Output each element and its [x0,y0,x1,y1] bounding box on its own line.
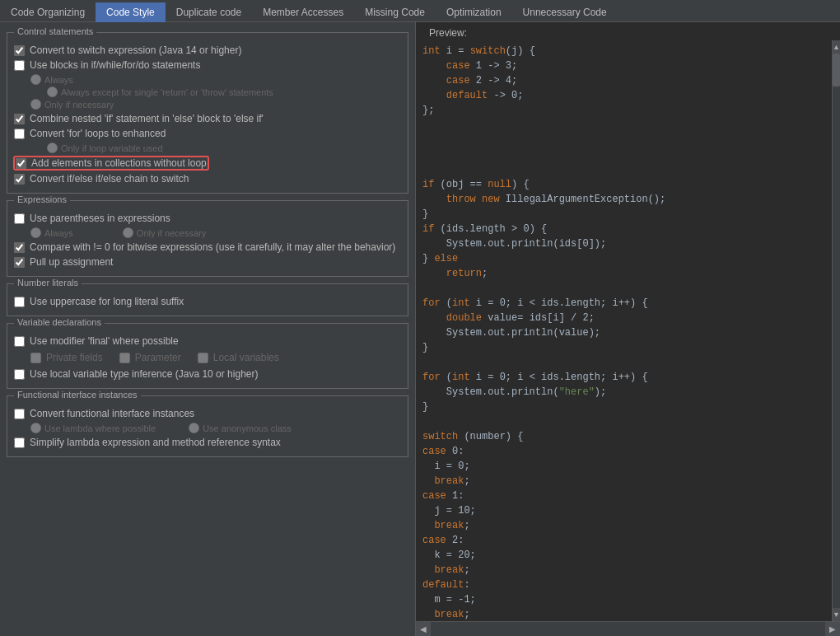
code-line: k = 20; [422,548,825,563]
code-line: if (obj == null) { [422,177,825,192]
check-pull-up: Pull up assignment [14,255,401,269]
label-add-elements: Add elements in collections without loop [31,157,207,169]
radio-input-anon[interactable] [189,423,199,433]
code-line: case 1 -> 3; [422,58,825,73]
scroll-down-button[interactable]: ▼ [833,608,840,621]
radio-input-expr-always[interactable] [30,227,41,238]
code-line: } [422,207,825,222]
label-type-infer: Use local variable type inference (Java … [30,368,258,380]
radio-input-always[interactable] [30,74,41,85]
section-title-control: Control statements [14,26,96,36]
scroll-track[interactable] [833,54,840,608]
radio-input-lambda[interactable] [30,423,41,433]
radio-label-anon: Use anonymous class [203,423,292,433]
horizontal-scrollbar[interactable]: ◀ ▶ [416,621,840,636]
checkbox-private[interactable] [30,353,41,363]
tab-duplicate-code[interactable]: Duplicate code [166,2,252,22]
main-layout: Control statements Convert to switch exp… [0,22,840,636]
check-compare-bitwise: Compare with != 0 for bitwise expression… [14,240,401,255]
code-line: default -> 0; [422,88,825,103]
code-line: case 2: [422,533,825,548]
code-line: System.out.println(value); [422,325,825,340]
code-line [422,162,825,177]
code-line [422,118,825,133]
tab-code-style[interactable]: Code Style [96,2,166,22]
checkbox-uppercase[interactable] [14,297,25,307]
tab-code-organizing[interactable]: Code Organizing [0,2,96,22]
check-add-elements: Add elements in collections without loop [14,155,401,171]
section-number-literals: Number literals Use uppercase for long l… [7,283,408,316]
radio-input-only-nec[interactable] [30,99,41,110]
preview-label: Preview: [422,22,474,42]
check-convert-for: Convert 'for' loops to enhanced [14,126,401,141]
checkbox-convert-switch[interactable] [14,45,25,56]
code-line: i = 0; [422,459,825,474]
radio-label-expr-always: Always [44,228,73,238]
section-title-variables: Variable declarations [14,317,105,327]
label-convert-switch: Convert to switch expression (Java 14 or… [30,44,241,56]
radio-lambda: Use lambda where possible [30,423,156,433]
check-use-blocks: Use blocks in if/while/for/do statements [14,58,401,72]
hscroll-right-button[interactable]: ▶ [825,622,840,637]
radio-only-loop: Only if loop variable used [47,143,163,153]
checkbox-combine-nested[interactable] [14,114,25,124]
tab-unnecessary-code[interactable]: Unnecessary Code [512,2,618,22]
checkbox-use-final[interactable] [14,336,25,347]
check-convert-ifelse: Convert if/else if/else chain to switch [14,171,401,186]
radio-group-functional: Use lambda where possible Use anonymous … [14,423,401,433]
code-line: }; [422,103,825,118]
checkbox-use-parens[interactable] [14,213,25,224]
check-simplify-lambda: Simplify lambda expression and method re… [14,435,401,450]
hscroll-track[interactable] [432,625,824,634]
code-line: throw new IllegalArgumentException(); [422,192,825,207]
label-use-parens: Use parentheses in expressions [30,213,170,224]
radio-input-loop[interactable] [47,143,58,153]
radio-anon: Use anonymous class [189,423,292,433]
radio-only-nec: Only if necessary [30,99,114,110]
scroll-up-button[interactable]: ▲ [833,40,840,54]
checkbox-use-blocks[interactable] [14,60,25,71]
label-use-final: Use modifier 'final' where possible [30,335,179,347]
checkbox-add-elements[interactable] [16,158,26,169]
tab-missing-code[interactable]: Missing Code [354,2,436,22]
code-line: for (int i = 0; i < ids.length; i++) { [422,296,825,311]
radio-input-expr-only[interactable] [123,227,133,238]
check-combine-nested: Combine nested 'if' statement in 'else' … [14,111,401,126]
section-title-numbers: Number literals [14,278,82,288]
checkbox-convert-for[interactable] [14,129,25,139]
section-expressions: Expressions Use parentheses in expressio… [7,200,408,277]
code-line: int i = switch(j) { [422,44,825,58]
checkbox-local[interactable] [198,353,208,363]
tab-optimization[interactable]: Optimization [436,2,512,22]
radio-label-loop: Only if loop variable used [61,143,163,153]
code-line: case 2 -> 4; [422,73,825,88]
label-convert-ifelse: Convert if/else if/else chain to switch [30,173,189,185]
check-use-final: Use modifier 'final' where possible [14,334,401,348]
label-param: Parameter [135,352,181,363]
checkbox-convert-func[interactable] [14,409,25,419]
code-line: default: [422,578,825,592]
radio-label-only-nec: Only if necessary [44,100,114,110]
vertical-scrollbar[interactable]: ▲ ▼ [832,40,840,621]
code-line: if (ids.length > 0) { [422,222,825,236]
code-line: System.out.println("here"); [422,385,825,400]
radio-loop-var: Only if loop variable used [14,143,401,153]
radio-input-always-except[interactable] [47,87,58,97]
checkbox-compare-bitwise[interactable] [14,242,25,253]
code-area[interactable]: int i = switch(j) { case 1 -> 3; case 2 … [416,40,832,621]
check-use-parens: Use parentheses in expressions [14,211,401,226]
checkbox-pull-up[interactable] [14,257,25,268]
scroll-thumb[interactable] [833,54,840,87]
code-line [422,281,825,296]
preview-header: Preview: [416,22,840,40]
hscroll-left-button[interactable]: ◀ [416,622,431,637]
radio-label-always-except: Always except for single 'return' or 'th… [61,87,273,97]
tab-member-accesses[interactable]: Member Accesses [252,2,354,22]
code-line: for (int i = 0; i < ids.length; i++) { [422,370,825,385]
checkbox-convert-ifelse[interactable] [14,174,25,185]
checkbox-type-infer[interactable] [14,369,25,380]
checkbox-param[interactable] [119,353,130,363]
check-uppercase-suffix: Use uppercase for long literal suffix [14,294,401,309]
label-private: Private fields [46,352,103,363]
checkbox-simplify[interactable] [14,437,25,448]
